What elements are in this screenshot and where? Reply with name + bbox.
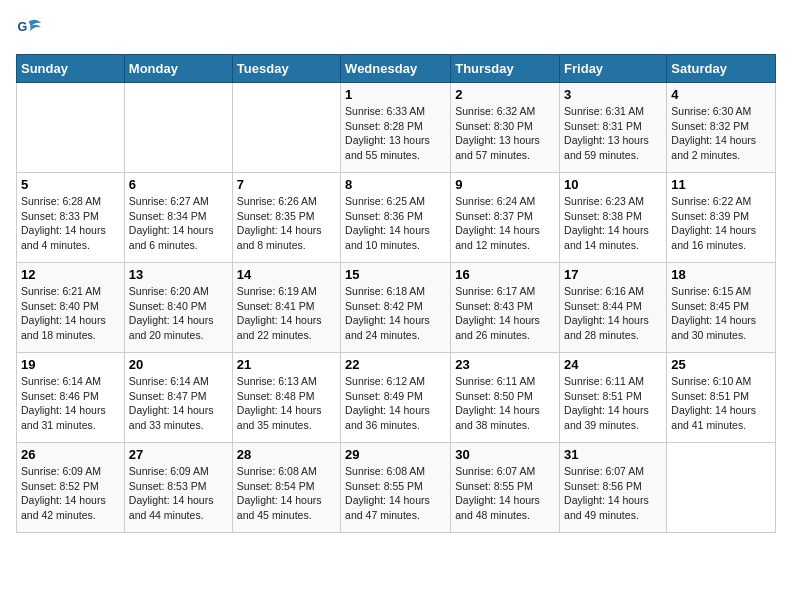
day-number: 19: [21, 357, 120, 372]
day-cell: 12Sunrise: 6:21 AM Sunset: 8:40 PM Dayli…: [17, 263, 125, 353]
day-number: 8: [345, 177, 446, 192]
day-number: 14: [237, 267, 336, 282]
day-info: Sunrise: 6:09 AM Sunset: 8:53 PM Dayligh…: [129, 464, 228, 523]
day-number: 5: [21, 177, 120, 192]
page-header: G: [16, 16, 776, 44]
svg-text:G: G: [17, 20, 27, 34]
day-number: 18: [671, 267, 771, 282]
day-cell: [17, 83, 125, 173]
day-cell: 17Sunrise: 6:16 AM Sunset: 8:44 PM Dayli…: [560, 263, 667, 353]
header-sunday: Sunday: [17, 55, 125, 83]
header-wednesday: Wednesday: [341, 55, 451, 83]
day-cell: 19Sunrise: 6:14 AM Sunset: 8:46 PM Dayli…: [17, 353, 125, 443]
day-info: Sunrise: 6:32 AM Sunset: 8:30 PM Dayligh…: [455, 104, 555, 163]
day-cell: 22Sunrise: 6:12 AM Sunset: 8:49 PM Dayli…: [341, 353, 451, 443]
day-number: 21: [237, 357, 336, 372]
header-saturday: Saturday: [667, 55, 776, 83]
day-info: Sunrise: 6:07 AM Sunset: 8:56 PM Dayligh…: [564, 464, 662, 523]
day-number: 4: [671, 87, 771, 102]
day-info: Sunrise: 6:13 AM Sunset: 8:48 PM Dayligh…: [237, 374, 336, 433]
header-friday: Friday: [560, 55, 667, 83]
day-cell: 13Sunrise: 6:20 AM Sunset: 8:40 PM Dayli…: [124, 263, 232, 353]
day-number: 24: [564, 357, 662, 372]
header-tuesday: Tuesday: [232, 55, 340, 83]
day-number: 27: [129, 447, 228, 462]
day-info: Sunrise: 6:11 AM Sunset: 8:50 PM Dayligh…: [455, 374, 555, 433]
day-cell: [667, 443, 776, 533]
day-info: Sunrise: 6:20 AM Sunset: 8:40 PM Dayligh…: [129, 284, 228, 343]
day-cell: 28Sunrise: 6:08 AM Sunset: 8:54 PM Dayli…: [232, 443, 340, 533]
day-cell: 1Sunrise: 6:33 AM Sunset: 8:28 PM Daylig…: [341, 83, 451, 173]
week-row-3: 12Sunrise: 6:21 AM Sunset: 8:40 PM Dayli…: [17, 263, 776, 353]
day-number: 23: [455, 357, 555, 372]
day-info: Sunrise: 6:18 AM Sunset: 8:42 PM Dayligh…: [345, 284, 446, 343]
day-cell: 31Sunrise: 6:07 AM Sunset: 8:56 PM Dayli…: [560, 443, 667, 533]
day-info: Sunrise: 6:21 AM Sunset: 8:40 PM Dayligh…: [21, 284, 120, 343]
day-cell: 6Sunrise: 6:27 AM Sunset: 8:34 PM Daylig…: [124, 173, 232, 263]
day-info: Sunrise: 6:24 AM Sunset: 8:37 PM Dayligh…: [455, 194, 555, 253]
header-monday: Monday: [124, 55, 232, 83]
day-number: 1: [345, 87, 446, 102]
week-row-4: 19Sunrise: 6:14 AM Sunset: 8:46 PM Dayli…: [17, 353, 776, 443]
day-number: 10: [564, 177, 662, 192]
day-cell: 5Sunrise: 6:28 AM Sunset: 8:33 PM Daylig…: [17, 173, 125, 263]
calendar-table: SundayMondayTuesdayWednesdayThursdayFrid…: [16, 54, 776, 533]
day-number: 15: [345, 267, 446, 282]
day-info: Sunrise: 6:27 AM Sunset: 8:34 PM Dayligh…: [129, 194, 228, 253]
day-cell: 7Sunrise: 6:26 AM Sunset: 8:35 PM Daylig…: [232, 173, 340, 263]
day-cell: 10Sunrise: 6:23 AM Sunset: 8:38 PM Dayli…: [560, 173, 667, 263]
header-thursday: Thursday: [451, 55, 560, 83]
day-cell: 8Sunrise: 6:25 AM Sunset: 8:36 PM Daylig…: [341, 173, 451, 263]
day-cell: 29Sunrise: 6:08 AM Sunset: 8:55 PM Dayli…: [341, 443, 451, 533]
days-header-row: SundayMondayTuesdayWednesdayThursdayFrid…: [17, 55, 776, 83]
day-info: Sunrise: 6:14 AM Sunset: 8:47 PM Dayligh…: [129, 374, 228, 433]
day-info: Sunrise: 6:07 AM Sunset: 8:55 PM Dayligh…: [455, 464, 555, 523]
day-info: Sunrise: 6:23 AM Sunset: 8:38 PM Dayligh…: [564, 194, 662, 253]
day-number: 30: [455, 447, 555, 462]
day-info: Sunrise: 6:08 AM Sunset: 8:54 PM Dayligh…: [237, 464, 336, 523]
logo-icon: G: [16, 16, 44, 44]
day-cell: [124, 83, 232, 173]
day-cell: 9Sunrise: 6:24 AM Sunset: 8:37 PM Daylig…: [451, 173, 560, 263]
day-number: 2: [455, 87, 555, 102]
day-number: 16: [455, 267, 555, 282]
week-row-2: 5Sunrise: 6:28 AM Sunset: 8:33 PM Daylig…: [17, 173, 776, 263]
day-number: 7: [237, 177, 336, 192]
day-number: 17: [564, 267, 662, 282]
day-number: 29: [345, 447, 446, 462]
day-info: Sunrise: 6:19 AM Sunset: 8:41 PM Dayligh…: [237, 284, 336, 343]
day-number: 9: [455, 177, 555, 192]
day-cell: 11Sunrise: 6:22 AM Sunset: 8:39 PM Dayli…: [667, 173, 776, 263]
day-cell: 16Sunrise: 6:17 AM Sunset: 8:43 PM Dayli…: [451, 263, 560, 353]
day-info: Sunrise: 6:30 AM Sunset: 8:32 PM Dayligh…: [671, 104, 771, 163]
day-cell: 3Sunrise: 6:31 AM Sunset: 8:31 PM Daylig…: [560, 83, 667, 173]
day-info: Sunrise: 6:08 AM Sunset: 8:55 PM Dayligh…: [345, 464, 446, 523]
day-cell: 30Sunrise: 6:07 AM Sunset: 8:55 PM Dayli…: [451, 443, 560, 533]
day-cell: 20Sunrise: 6:14 AM Sunset: 8:47 PM Dayli…: [124, 353, 232, 443]
day-number: 28: [237, 447, 336, 462]
day-info: Sunrise: 6:09 AM Sunset: 8:52 PM Dayligh…: [21, 464, 120, 523]
day-cell: 23Sunrise: 6:11 AM Sunset: 8:50 PM Dayli…: [451, 353, 560, 443]
day-number: 13: [129, 267, 228, 282]
day-number: 11: [671, 177, 771, 192]
day-cell: 15Sunrise: 6:18 AM Sunset: 8:42 PM Dayli…: [341, 263, 451, 353]
logo: G: [16, 16, 48, 44]
day-cell: 2Sunrise: 6:32 AM Sunset: 8:30 PM Daylig…: [451, 83, 560, 173]
week-row-1: 1Sunrise: 6:33 AM Sunset: 8:28 PM Daylig…: [17, 83, 776, 173]
day-info: Sunrise: 6:28 AM Sunset: 8:33 PM Dayligh…: [21, 194, 120, 253]
day-cell: 25Sunrise: 6:10 AM Sunset: 8:51 PM Dayli…: [667, 353, 776, 443]
day-info: Sunrise: 6:11 AM Sunset: 8:51 PM Dayligh…: [564, 374, 662, 433]
day-info: Sunrise: 6:33 AM Sunset: 8:28 PM Dayligh…: [345, 104, 446, 163]
day-cell: 26Sunrise: 6:09 AM Sunset: 8:52 PM Dayli…: [17, 443, 125, 533]
day-number: 20: [129, 357, 228, 372]
day-info: Sunrise: 6:26 AM Sunset: 8:35 PM Dayligh…: [237, 194, 336, 253]
day-info: Sunrise: 6:15 AM Sunset: 8:45 PM Dayligh…: [671, 284, 771, 343]
day-number: 31: [564, 447, 662, 462]
day-cell: 14Sunrise: 6:19 AM Sunset: 8:41 PM Dayli…: [232, 263, 340, 353]
day-info: Sunrise: 6:12 AM Sunset: 8:49 PM Dayligh…: [345, 374, 446, 433]
day-number: 12: [21, 267, 120, 282]
week-row-5: 26Sunrise: 6:09 AM Sunset: 8:52 PM Dayli…: [17, 443, 776, 533]
day-number: 22: [345, 357, 446, 372]
day-cell: [232, 83, 340, 173]
day-number: 26: [21, 447, 120, 462]
